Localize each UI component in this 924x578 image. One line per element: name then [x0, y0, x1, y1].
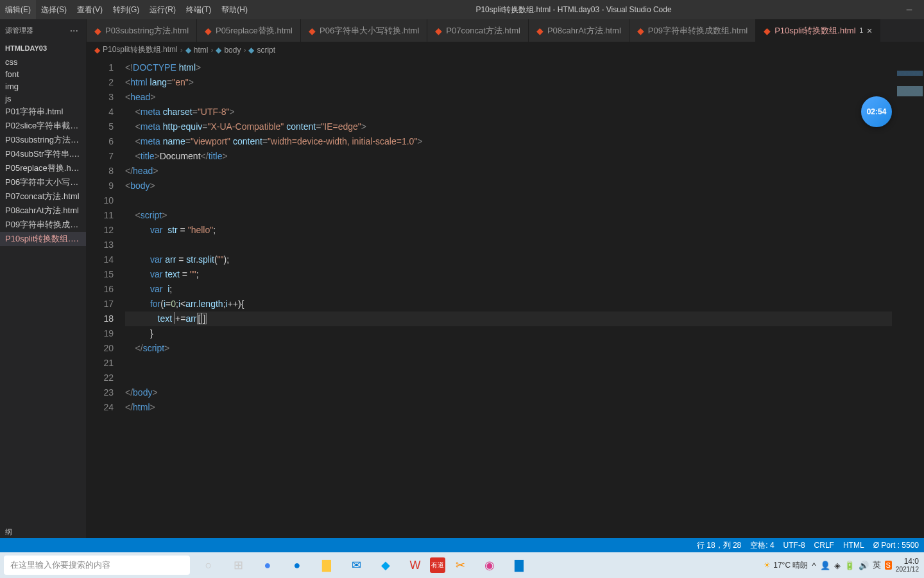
- editor-tab[interactable]: ◆P08cahrAt方法.html: [529, 19, 629, 42]
- html-file-icon: ◆: [637, 26, 644, 36]
- menu-terminal[interactable]: 终端(T): [181, 0, 216, 19]
- breadcrumb-script[interactable]: ◆ script: [248, 46, 275, 55]
- status-encoding[interactable]: UTF-8: [783, 540, 805, 551]
- taskbar-search[interactable]: 在这里输入你要搜索的内容: [4, 556, 190, 575]
- status-bar: 行 18，列 28 空格: 4 UTF-8 CRLF HTML Ø Port :…: [0, 538, 924, 552]
- youdao-icon[interactable]: 有道: [430, 557, 445, 573]
- sidebar-title: 源管理器: [5, 26, 33, 35]
- status-eol[interactable]: CRLF: [814, 540, 834, 551]
- title-bar: 编辑(E) 选择(S) 查看(V) 转到(G) 运行(R) 终端(T) 帮助(H…: [0, 0, 924, 19]
- status-spaces[interactable]: 空格: 4: [750, 540, 774, 551]
- line-number: 4: [87, 105, 114, 119]
- window-title: P10split转换数组.html - HTMLday03 - Visual S…: [253, 4, 894, 15]
- minimap[interactable]: [892, 58, 924, 538]
- status-lang[interactable]: HTML: [843, 540, 864, 551]
- battery-icon[interactable]: 🔋: [844, 561, 855, 570]
- line-number: 21: [87, 356, 114, 371]
- wps-icon[interactable]: W: [400, 552, 430, 578]
- file-item[interactable]: img: [0, 80, 86, 92]
- breadcrumb-body[interactable]: ◆ body: [216, 46, 241, 55]
- app-icon[interactable]: ◆: [371, 552, 400, 578]
- breadcrumb-label: body: [224, 46, 241, 55]
- editor-body[interactable]: 123456789101112131415161718192021222324 …: [87, 58, 924, 538]
- tag-icon: ◆: [216, 46, 221, 55]
- menu-run[interactable]: 运行(R): [144, 0, 181, 19]
- file-item[interactable]: P04subStr字符串.html: [0, 147, 86, 161]
- tag-icon: ◆: [185, 46, 191, 55]
- edge-icon[interactable]: ●: [282, 552, 312, 578]
- editor-tab[interactable]: ◆P05replace替换.html: [197, 19, 301, 42]
- editor-tab[interactable]: ◆P06字符串大小写转换.html: [301, 19, 427, 42]
- editor-tab[interactable]: ◆P03substring方法.html: [87, 19, 197, 42]
- line-number: 7: [87, 149, 114, 164]
- line-number: 11: [87, 208, 114, 223]
- taskbar-apps: ○ ⊞ ● ● ▇ ✉ ◆ W 有道 ✂ ◉ ▇: [194, 552, 534, 578]
- tab-label: P07concat方法.html: [446, 25, 520, 37]
- explorer-sidebar: 源管理器 ··· HTMLDAY03 cssfontimgjsP01字符串.ht…: [0, 19, 87, 538]
- line-number: 6: [87, 134, 114, 149]
- outline-panel[interactable]: 纲: [0, 525, 86, 538]
- html-file-icon: ◆: [309, 26, 316, 36]
- file-item[interactable]: P02slice字符串截取.ht...: [0, 119, 86, 133]
- sogou-icon[interactable]: S: [885, 561, 892, 570]
- windows-taskbar: 在这里输入你要搜索的内容 ○ ⊞ ● ● ▇ ✉ ◆ W 有道 ✂ ◉ ▇ ☀ …: [0, 552, 924, 578]
- line-number: 2: [87, 75, 114, 90]
- app-icon-2[interactable]: ◉: [475, 552, 504, 578]
- menu-view[interactable]: 查看(V): [72, 0, 108, 19]
- task-view-icon[interactable]: ⊞: [223, 552, 253, 578]
- code-area[interactable]: <!DOCTYPE html> <html lang="en"> <head> …: [125, 58, 892, 538]
- volume-icon[interactable]: 🔊: [859, 561, 869, 570]
- file-item[interactable]: css: [0, 56, 86, 68]
- file-explorer-icon[interactable]: ▇: [312, 552, 341, 578]
- menu-selection[interactable]: 选择(S): [36, 0, 72, 19]
- line-number: 17: [87, 297, 114, 311]
- minimize-button[interactable]: ─: [894, 0, 924, 19]
- weather-widget[interactable]: ☀ 17°C 晴朗: [764, 560, 808, 571]
- more-icon[interactable]: ···: [67, 25, 81, 37]
- editor-tab[interactable]: ◆P07concat方法.html: [427, 19, 529, 42]
- status-line-col[interactable]: 行 18，列 28: [697, 540, 741, 551]
- html-file-icon: ◆: [205, 26, 212, 36]
- clock[interactable]: 14:0 2021/12: [896, 557, 919, 573]
- snipping-icon[interactable]: ✂: [445, 552, 475, 578]
- window-controls: ─: [894, 0, 924, 19]
- mail-icon[interactable]: ✉: [341, 552, 371, 578]
- network-icon[interactable]: ◈: [834, 561, 841, 570]
- menu-go[interactable]: 转到(G): [108, 0, 144, 19]
- chrome-icon[interactable]: ●: [253, 552, 282, 578]
- file-item[interactable]: P08cahrAt方法.html: [0, 204, 86, 218]
- editor-tab[interactable]: ◆P09字符串转换成数组.html: [629, 19, 756, 42]
- line-number: 18: [87, 311, 114, 326]
- menu-help[interactable]: 帮助(H): [216, 0, 253, 19]
- file-item[interactable]: P01字符串.html: [0, 105, 86, 119]
- file-item[interactable]: P06字符串大小写转换...: [0, 175, 86, 189]
- line-number: 5: [87, 119, 114, 134]
- breadcrumb-file[interactable]: ◆ P10split转换数组.html: [94, 44, 178, 55]
- tab-label: P10split转换数组.html: [774, 25, 855, 37]
- project-name[interactable]: HTMLDAY03: [0, 42, 86, 55]
- editor-tab[interactable]: ◆P10split转换数组.html 1×: [756, 19, 880, 42]
- file-item[interactable]: P05replace替换.html: [0, 161, 86, 175]
- tab-label: P03substring方法.html: [105, 25, 189, 37]
- file-item[interactable]: js: [0, 92, 86, 105]
- chevron-right-icon: ›: [243, 46, 246, 55]
- user-icon[interactable]: 👤: [820, 561, 830, 570]
- file-item[interactable]: font: [0, 68, 86, 80]
- chevron-up-icon[interactable]: ^: [812, 561, 816, 570]
- ime-icon[interactable]: 英: [873, 559, 881, 571]
- html-file-icon: ◆: [94, 26, 101, 36]
- file-item[interactable]: P09字符串转换成数组...: [0, 218, 86, 232]
- line-number: 3: [87, 90, 114, 105]
- cortana-icon[interactable]: ○: [194, 552, 223, 578]
- close-icon[interactable]: ×: [867, 26, 872, 36]
- file-item[interactable]: P03substring方法.html: [0, 133, 86, 147]
- vscode-icon[interactable]: ▇: [504, 552, 534, 578]
- file-item[interactable]: P10split转换数组.... 1: [0, 232, 86, 246]
- html-file-icon: ◆: [94, 46, 100, 55]
- line-number: 1: [87, 60, 114, 75]
- breadcrumb-html[interactable]: ◆ html: [185, 46, 209, 55]
- file-item[interactable]: P07concat方法.html: [0, 189, 86, 204]
- menu-edit[interactable]: 编辑(E): [0, 0, 36, 19]
- status-port[interactable]: Ø Port : 5500: [873, 540, 919, 551]
- file-list: cssfontimgjsP01字符串.htmlP02slice字符串截取.ht.…: [0, 55, 86, 525]
